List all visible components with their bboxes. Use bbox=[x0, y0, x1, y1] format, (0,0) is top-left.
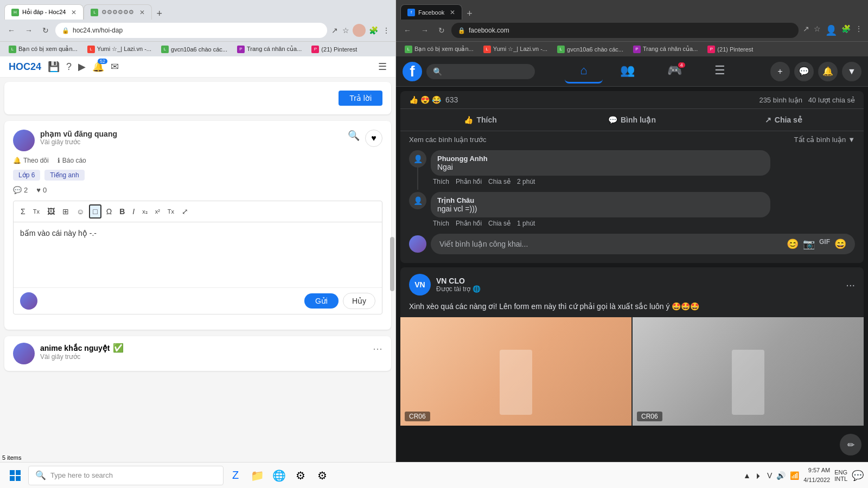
like-action-button[interactable]: 👍 Thích bbox=[405, 111, 556, 129]
sponsored-more-icon[interactable]: ··· bbox=[846, 279, 855, 291]
all-comments-button[interactable]: Tất cả bình luận ▼ bbox=[794, 136, 855, 144]
toolbar-image[interactable]: 🖼 bbox=[44, 206, 58, 217]
editor-content[interactable]: bấm vào cái này hộ -.- bbox=[14, 222, 382, 287]
fb-tab-close[interactable]: ✕ bbox=[450, 9, 455, 16]
toolbar-sigma[interactable]: Σ bbox=[18, 206, 28, 217]
tab-second[interactable]: L ⚙⚙⚙⚙⚙⚙ ✕ bbox=[84, 4, 152, 20]
cancel-button[interactable]: Hủy bbox=[343, 293, 375, 309]
toolbar-expand[interactable]: ⤢ bbox=[179, 206, 191, 217]
tag-class[interactable]: Lớp 6 bbox=[13, 170, 40, 181]
bookmark-3[interactable]: L gvcn10a6 chào các... bbox=[157, 44, 232, 54]
comment-emoji-icon[interactable]: 😊 bbox=[787, 238, 799, 250]
toolbar-omega[interactable]: Ω bbox=[104, 206, 114, 217]
hoc24-youtube-icon[interactable]: ▶ bbox=[78, 61, 86, 73]
fb-search-bar[interactable]: 🔍 bbox=[426, 64, 535, 79]
scrollbar-thumb[interactable] bbox=[390, 237, 394, 291]
fb-back-button[interactable]: ← bbox=[400, 24, 414, 37]
tab-hoc24[interactable]: H Hỏi đáp - Hoc24 ✕ bbox=[4, 4, 84, 20]
comment1-share[interactable]: Chia sẻ bbox=[488, 178, 510, 185]
hoc24-save-icon[interactable]: 💾 bbox=[48, 61, 60, 73]
bookmark-5[interactable]: P (21) Pinterest bbox=[307, 44, 361, 54]
fb-bookmark-3[interactable]: L gvcn10a6 chào các... bbox=[553, 44, 628, 54]
bookmark-2[interactable]: L Yumi ☆_| Lazi.vn -... bbox=[83, 44, 156, 54]
hoc24-help-icon[interactable]: ? bbox=[66, 61, 72, 73]
bookmark-1[interactable]: L Bạn có bị xem quản... bbox=[4, 44, 82, 54]
comment-sticker-icon[interactable]: 😄 bbox=[834, 238, 846, 250]
toolbar-table[interactable]: ⊞ bbox=[60, 206, 72, 217]
comment2-like[interactable]: Thích bbox=[433, 220, 449, 227]
fb-nav-menu[interactable]: ☰ bbox=[699, 59, 741, 84]
fb-account-icon[interactable]: ▼ bbox=[842, 62, 861, 81]
hoc24-scroll-area[interactable]: Trả lời phạm vũ đăng quang Vài giây trướ… bbox=[0, 78, 395, 476]
tray-network-icon[interactable]: 📶 bbox=[790, 471, 799, 480]
taskbar-folder-icon[interactable]: 📁 bbox=[247, 466, 267, 485]
hoc24-menu-icon[interactable]: ☰ bbox=[378, 61, 387, 73]
toolbar-emoji[interactable]: ☺ bbox=[74, 206, 87, 217]
hoc24-tab-close[interactable]: ✕ bbox=[71, 9, 76, 16]
toolbar-subscript[interactable]: x₂ bbox=[139, 207, 150, 217]
taskbar-zalo-icon[interactable]: Z bbox=[226, 466, 245, 485]
fb-bookmark-2[interactable]: L Yumi ☆_| Lazi.vn -... bbox=[479, 44, 552, 54]
tray-sound-icon[interactable]: 🔊 bbox=[776, 471, 786, 480]
fb-nav-groups[interactable]: 🎮 4 bbox=[652, 59, 697, 84]
fb-tab[interactable]: f Facebook ✕ bbox=[400, 4, 462, 20]
comment1-like[interactable]: Thích bbox=[433, 178, 449, 185]
fb-url-field[interactable]: 🔒 facebook.com bbox=[451, 23, 799, 38]
toolbar-bold[interactable]: B bbox=[117, 206, 127, 217]
float-edit-button[interactable]: ✏ bbox=[840, 434, 861, 455]
comment-gif-icon[interactable]: GIF bbox=[819, 238, 830, 250]
language-indicator[interactable]: ENG INTL bbox=[834, 469, 847, 482]
toolbar-clear[interactable]: Tx bbox=[165, 207, 177, 216]
comment2-share[interactable]: Chia sẻ bbox=[488, 220, 510, 227]
follow-button[interactable]: 🔔 Theo dõi bbox=[13, 157, 49, 164]
taskbar-chrome-dev-icon[interactable]: ⚙ bbox=[312, 466, 332, 485]
report-button[interactable]: ℹ Báo cáo bbox=[58, 157, 86, 164]
share-icon[interactable]: ↗ bbox=[330, 25, 339, 36]
fb-new-tab-button[interactable]: + bbox=[462, 8, 477, 20]
refresh-button[interactable]: ↻ bbox=[39, 24, 52, 37]
view-prev-comments[interactable]: Xem các bình luận trước bbox=[409, 136, 487, 144]
comment-input[interactable]: Viết bình luận công khai... 😊 📷 GIF 😄 bbox=[431, 234, 855, 254]
tab2-close[interactable]: ✕ bbox=[139, 9, 145, 16]
top-action-button[interactable]: Trả lời bbox=[339, 91, 382, 106]
extension-icon[interactable]: 🧩 bbox=[368, 25, 379, 36]
fb-profile-avatar[interactable]: 👤 bbox=[824, 23, 838, 37]
bookmark-star-icon[interactable]: ☆ bbox=[341, 25, 350, 36]
comment-more-icon[interactable]: ⋯ bbox=[373, 343, 382, 355]
taskbar-edge-icon[interactable]: 🌐 bbox=[269, 466, 289, 485]
comment-action-button[interactable]: 💬 Bình luận bbox=[556, 111, 707, 129]
hoc24-bell-icon[interactable]: 🔔 52 bbox=[92, 61, 104, 73]
fb-forward-button[interactable]: → bbox=[418, 24, 432, 37]
toolbar-italic[interactable]: I bbox=[130, 206, 137, 217]
notification-center-icon[interactable]: 💬 bbox=[852, 470, 864, 481]
fb-notifications-icon[interactable]: 🔔 bbox=[818, 62, 838, 81]
toolbar-special-active[interactable]: □ bbox=[89, 204, 101, 219]
send-button[interactable]: Gửi bbox=[304, 293, 339, 309]
fb-nav-friends[interactable]: 👥 bbox=[605, 59, 650, 84]
toolbar-superscript[interactable]: x² bbox=[152, 207, 163, 216]
tray-up-arrow[interactable]: ▲ bbox=[743, 471, 751, 480]
comment2-reply[interactable]: Phản hồi bbox=[456, 220, 482, 227]
tag-subject[interactable]: Tiếng anh bbox=[44, 170, 84, 181]
fb-bookmark-4[interactable]: P Trang cá nhân của... bbox=[629, 44, 702, 54]
question-search-icon[interactable]: 🔍 bbox=[348, 130, 360, 142]
taskbar-chrome-icon[interactable]: ⚙ bbox=[291, 466, 310, 485]
fb-messenger-icon[interactable]: 💬 bbox=[794, 62, 814, 81]
comment1-reply[interactable]: Phản hồi bbox=[456, 178, 482, 185]
fb-share-icon[interactable]: ↗ bbox=[802, 23, 810, 37]
forward-button[interactable]: → bbox=[22, 24, 36, 37]
url-field[interactable]: 🔒 hoc24.vn/hoi-dap bbox=[55, 23, 327, 38]
back-button[interactable]: ← bbox=[4, 24, 18, 37]
toolbar-tex[interactable]: Tx bbox=[30, 207, 42, 216]
fb-star-icon[interactable]: ☆ bbox=[813, 23, 822, 37]
comment-camera-icon[interactable]: 📷 bbox=[803, 238, 815, 250]
fb-refresh-button[interactable]: ↻ bbox=[435, 24, 448, 37]
menu-dots-icon[interactable]: ⋮ bbox=[381, 25, 391, 36]
fb-extension-icon[interactable]: 🧩 bbox=[840, 23, 852, 37]
fb-menu-dots[interactable]: ⋮ bbox=[854, 23, 864, 37]
taskbar-search-bar[interactable]: 🔍 Type here to search bbox=[28, 466, 224, 485]
new-tab-button[interactable]: + bbox=[152, 8, 167, 20]
fb-bookmark-5[interactable]: P (21) Pinterest bbox=[703, 44, 757, 54]
hoc24-mail-icon[interactable]: ✉ bbox=[111, 61, 119, 73]
fb-nav-home[interactable]: ⌂ bbox=[565, 59, 602, 84]
